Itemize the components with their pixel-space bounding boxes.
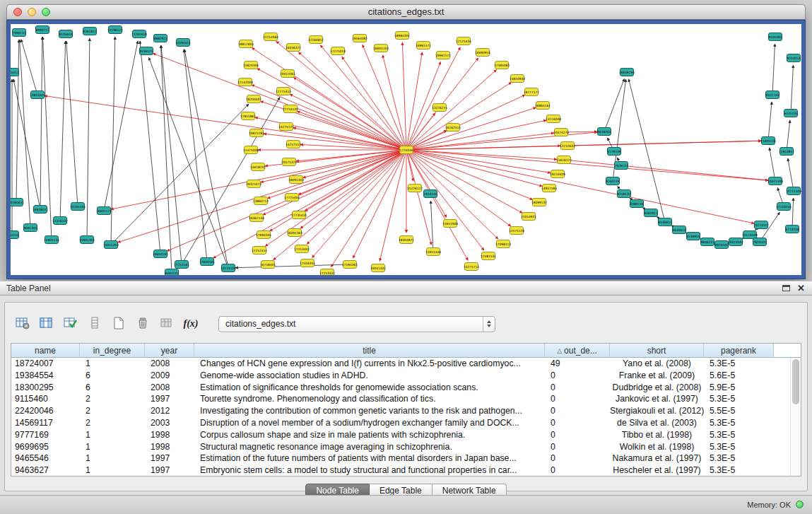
graph-node[interactable]: 20260651 bbox=[11, 199, 24, 206]
cell-title[interactable]: Estimation of the future numbers of pati… bbox=[194, 452, 545, 465]
graph-node[interactable]: 14275121 bbox=[278, 123, 294, 131]
column-header-out-degree[interactable]: △ out_de... bbox=[545, 344, 610, 358]
graph-node[interactable]: 12142008 bbox=[237, 78, 253, 86]
cell-title[interactable]: Changes of HCN gene expression and I(f) … bbox=[194, 358, 545, 370]
network-graph[interactable]: 1724046188126041221406016046327222608121… bbox=[11, 24, 801, 275]
graph-node[interactable]: 17485083 bbox=[494, 62, 510, 69]
graph-node[interactable]: 8760119 bbox=[606, 177, 619, 185]
graph-node[interactable]: 19412061 bbox=[280, 70, 295, 78]
graph-node[interactable]: 20205105 bbox=[70, 203, 86, 211]
graph-node[interactable]: 18984301 bbox=[394, 32, 410, 40]
table-selector-dropdown[interactable]: citations_edges.txt bbox=[218, 316, 495, 332]
cell-short[interactable]: Nakamura et al. (1997) bbox=[610, 452, 704, 465]
graph-node[interactable]: 14257512 bbox=[286, 141, 301, 148]
cell-pagerank[interactable]: 5.3E-5 bbox=[704, 393, 774, 405]
graph-node[interactable]: 17252414 bbox=[252, 247, 267, 255]
cell-pagerank[interactable]: 5.3E-5 bbox=[704, 441, 774, 453]
graph-node[interactable]: 13860713 bbox=[253, 197, 269, 205]
graph-node[interactable]: 10124509 bbox=[742, 231, 758, 239]
graph-node[interactable]: 15226122 bbox=[407, 185, 423, 192]
column-header-year[interactable]: year bbox=[145, 344, 194, 358]
graph-node[interactable]: 11845126 bbox=[760, 137, 776, 145]
graph-node[interactable]: 10196522 bbox=[107, 26, 123, 34]
graph-node[interactable]: 19564082 bbox=[352, 35, 367, 42]
graph-node[interactable]: 6779139 bbox=[607, 148, 620, 156]
cell-out_degree[interactable]: 0 bbox=[545, 465, 610, 476]
cell-short[interactable]: Hescheler et al. (1997) bbox=[610, 465, 704, 476]
cell-in_degree[interactable]: 6 bbox=[80, 370, 145, 382]
graph-node[interactable]: 10024502 bbox=[728, 238, 743, 246]
cell-title[interactable]: Structural magnetic resonance image aver… bbox=[194, 441, 545, 453]
graph-node[interactable]: 19961572 bbox=[435, 52, 451, 59]
cell-out_degree[interactable]: 0 bbox=[545, 441, 610, 453]
cell-in_degree[interactable]: 1 bbox=[80, 465, 145, 476]
graph-node[interactable]: 16091363 bbox=[287, 229, 302, 237]
graph-node[interactable]: 9322744 bbox=[765, 91, 779, 99]
graph-node[interactable]: 16648794 bbox=[619, 69, 635, 76]
cell-name[interactable]: 9115460 bbox=[11, 393, 80, 405]
graph-node[interactable]: 16758401 bbox=[260, 261, 276, 269]
close-panel-icon[interactable]: ✕ bbox=[797, 284, 805, 293]
cell-in_degree[interactable]: 2 bbox=[80, 417, 145, 429]
cell-name[interactable]: 18300295 bbox=[11, 382, 80, 394]
graph-node[interactable]: 15616127 bbox=[556, 156, 572, 164]
cell-year[interactable]: 1997 bbox=[145, 393, 194, 405]
float-panel-icon[interactable] bbox=[782, 285, 790, 291]
cell-out_degree[interactable]: 0 bbox=[545, 429, 610, 441]
cell-title[interactable]: Genome-wide association studies in ADHD. bbox=[194, 370, 545, 382]
graph-node[interactable]: 9431435 bbox=[784, 110, 797, 117]
graph-node[interactable]: 18091403 bbox=[288, 176, 304, 184]
graph-node[interactable]: 18099137 bbox=[531, 199, 547, 206]
graph-node[interactable]: 12125434 bbox=[456, 37, 471, 45]
graph-node[interactable]: 16690910 bbox=[475, 49, 490, 57]
cell-short[interactable]: de Silva et al. (2003) bbox=[610, 417, 704, 429]
cell-in_degree[interactable]: 6 bbox=[80, 382, 145, 394]
graph-node[interactable]: 15951448 bbox=[425, 248, 441, 256]
cell-year[interactable]: 1998 bbox=[145, 429, 194, 441]
table-row[interactable]: 911546021997Tourette syndrome. Phenomeno… bbox=[11, 393, 790, 405]
cell-title[interactable]: Disruption of a novel member of a sodium… bbox=[194, 417, 545, 429]
graph-node[interactable]: 8990212 bbox=[35, 26, 49, 34]
function-builder-button[interactable]: f(x) bbox=[180, 314, 201, 334]
cell-out_degree[interactable]: 0 bbox=[545, 405, 610, 417]
graph-node[interactable]: 7990151 bbox=[12, 29, 25, 37]
network-canvas[interactable]: 1724046188126041221406016046327222608121… bbox=[11, 24, 801, 275]
cell-pagerank[interactable]: 5.9E-5 bbox=[704, 382, 774, 394]
graph-node[interactable]: 17504345 bbox=[300, 259, 315, 267]
graph-node[interactable]: 12575128 bbox=[509, 227, 524, 235]
cell-name[interactable]: 19384554 bbox=[11, 370, 80, 382]
graph-node[interactable]: 16961571 bbox=[416, 42, 431, 49]
graph-node[interactable]: 9259137 bbox=[617, 190, 630, 198]
table-row[interactable]: 2242004622012Investigating the contribut… bbox=[11, 405, 790, 417]
graph-node[interactable]: 10224512 bbox=[753, 221, 769, 229]
cell-name[interactable]: 22420046 bbox=[11, 405, 80, 417]
cell-out_degree[interactable]: 0 bbox=[545, 393, 610, 405]
cell-out_degree[interactable]: 0 bbox=[545, 382, 610, 394]
graph-node[interactable]: 16605103 bbox=[373, 45, 389, 52]
scrollbar-thumb[interactable] bbox=[792, 359, 799, 404]
graph-node[interactable]: 15820306 bbox=[243, 62, 259, 69]
graph-node[interactable]: 9214053 bbox=[787, 54, 800, 62]
rows-button[interactable] bbox=[84, 314, 105, 334]
graph-node[interactable]: 8955412 bbox=[11, 69, 19, 76]
graph-node[interactable]: 10590411 bbox=[175, 39, 191, 47]
graph-node[interactable]: 16162515 bbox=[445, 124, 461, 132]
graph-node[interactable]: 11316102 bbox=[52, 217, 68, 225]
cell-pagerank[interactable]: 5.3E-5 bbox=[704, 429, 774, 441]
cell-name[interactable]: 9463627 bbox=[11, 465, 80, 476]
graph-node[interactable]: 17253402 bbox=[294, 245, 310, 253]
cell-pagerank[interactable]: 5.6E-5 bbox=[704, 370, 774, 382]
zoom-window-button[interactable] bbox=[42, 8, 50, 16]
cell-short[interactable]: Wolkin et al. (1998) bbox=[610, 441, 704, 453]
column-header-short[interactable]: short bbox=[610, 344, 704, 358]
cell-year[interactable]: 1997 bbox=[145, 452, 194, 465]
graph-node[interactable]: 20654161 bbox=[153, 250, 168, 258]
window-titlebar[interactable]: citations_edges.txt bbox=[6, 4, 806, 20]
column-header-pagerank[interactable]: pagerank bbox=[704, 344, 774, 358]
graph-node[interactable]: 10124105 bbox=[220, 264, 236, 272]
cell-short[interactable]: Jankovic et al. (1997) bbox=[610, 393, 704, 405]
graph-node[interactable]: 16051353 bbox=[103, 241, 119, 249]
graph-node[interactable]: 16041402 bbox=[370, 264, 386, 272]
cell-short[interactable]: Tibbo et al. (1998) bbox=[610, 429, 704, 441]
cell-year[interactable]: 2009 bbox=[145, 370, 194, 382]
